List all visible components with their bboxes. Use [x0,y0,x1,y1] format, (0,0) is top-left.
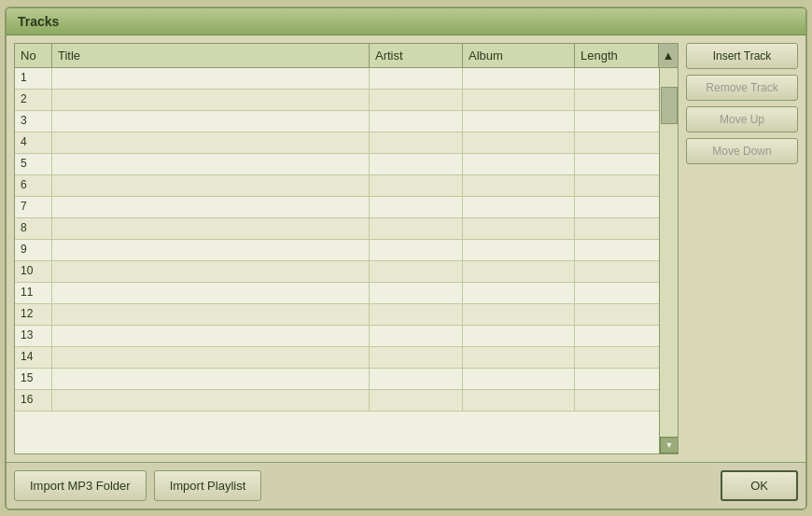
cell-artist [370,175,463,196]
cell-length [575,197,659,217]
cell-artist [370,218,463,239]
table-row[interactable]: 11 [15,283,659,304]
header-length: Length [575,44,659,67]
table-row[interactable]: 15 [15,369,659,390]
cell-no: 8 [15,218,52,239]
cell-length [575,261,659,282]
cell-no: 3 [15,111,52,132]
remove-track-button[interactable]: Remove Track [686,75,798,101]
main-area: No Title Artist Album Length ▲ 1 2 3 4 [7,35,805,462]
tracks-dialog: Tracks No Title Artist Album Length ▲ 1 … [5,7,807,510]
dialog-title: Tracks [18,14,59,29]
cell-length [575,369,659,389]
move-down-button[interactable]: Move Down [686,138,798,164]
table-row[interactable]: 10 [15,261,659,283]
cell-no: 6 [15,175,52,196]
cell-title [52,111,370,132]
cell-album [463,347,575,368]
table-row[interactable]: 7 [15,197,659,218]
cell-no: 11 [15,283,52,303]
header-no: No [15,44,52,67]
cell-album [463,197,575,217]
cell-artist [370,347,463,368]
table-rows[interactable]: 1 2 3 4 5 6 7 [15,68,659,453]
bottom-bar: Import MP3 Folder Import Playlist OK [7,462,805,509]
cell-album [463,175,575,196]
spacer [686,170,798,454]
cell-album [463,68,575,89]
cell-album [463,90,575,110]
cell-title [52,90,370,110]
cell-length [575,347,659,368]
cell-no: 15 [15,369,52,389]
header-title: Title [52,44,370,67]
table-row[interactable]: 9 [15,240,659,261]
dialog-title-bar: Tracks [7,8,805,35]
cell-length [575,240,659,260]
right-panel: Insert Track Remove Track Move Up Move D… [686,43,798,454]
cell-title [52,369,370,389]
cell-title [52,326,370,346]
table-row[interactable]: 13 [15,326,659,347]
cell-no: 2 [15,90,52,110]
cell-album [463,132,575,153]
cell-title [52,304,370,325]
header-scroll-up[interactable]: ▲ [659,44,678,67]
scrollbar: ▼ [659,68,678,453]
cell-album [463,304,575,325]
cell-no: 16 [15,390,52,411]
table-body: 1 2 3 4 5 6 7 [15,68,678,453]
cell-length [575,68,659,89]
ok-button[interactable]: OK [721,470,798,501]
table-row[interactable]: 5 [15,154,659,175]
table-header: No Title Artist Album Length ▲ [15,44,678,68]
cell-album [463,326,575,346]
cell-artist [370,304,463,325]
table-row[interactable]: 4 [15,132,659,154]
cell-no: 10 [15,261,52,282]
cell-title [52,390,370,411]
cell-length [575,90,659,110]
cell-artist [370,240,463,260]
table-row[interactable]: 2 [15,90,659,111]
cell-album [463,390,575,411]
cell-artist [370,326,463,346]
scroll-down-button[interactable]: ▼ [660,437,678,453]
cell-artist [370,369,463,389]
cell-title [52,218,370,239]
scroll-thumb[interactable] [661,87,678,124]
cell-title [52,347,370,368]
table-row[interactable]: 12 [15,304,659,326]
cell-length [575,304,659,325]
cell-length [575,218,659,239]
table-row[interactable]: 16 [15,390,659,411]
cell-no: 1 [15,68,52,89]
cell-artist [370,111,463,132]
table-row[interactable]: 8 [15,218,659,240]
table-row[interactable]: 1 [15,68,659,90]
import-mp3-button[interactable]: Import MP3 Folder [14,470,147,501]
header-artist: Artist [370,44,463,67]
cell-artist [370,261,463,282]
cell-album [463,369,575,389]
insert-track-button[interactable]: Insert Track [686,43,798,69]
table-row[interactable]: 14 [15,347,659,369]
move-up-button[interactable]: Move Up [686,106,798,132]
cell-artist [370,90,463,110]
cell-title [52,175,370,196]
cell-no: 7 [15,197,52,217]
table-row[interactable]: 6 [15,175,659,197]
cell-artist [370,154,463,174]
cell-title [52,132,370,153]
header-album: Album [463,44,575,67]
table-row[interactable]: 3 [15,111,659,132]
cell-album [463,154,575,174]
cell-length [575,390,659,411]
scroll-track[interactable] [660,68,678,437]
cell-no: 9 [15,240,52,260]
import-playlist-button[interactable]: Import Playlist [154,470,262,501]
cell-length [575,132,659,153]
cell-length [575,111,659,132]
cell-album [463,218,575,239]
cell-artist [370,390,463,411]
